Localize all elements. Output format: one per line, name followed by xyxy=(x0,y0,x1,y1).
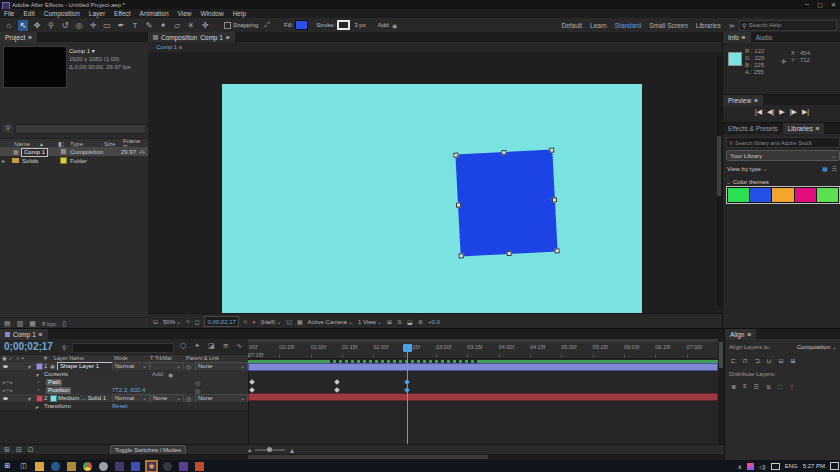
distribute-button-icon[interactable]: ≣ xyxy=(731,383,736,390)
magnification-select[interactable]: 50%⌄ xyxy=(163,318,181,325)
puppet-pin-tool-icon[interactable]: ✜ xyxy=(200,20,210,31)
selection-handle[interactable] xyxy=(549,147,554,152)
theme-swatch[interactable] xyxy=(750,188,771,202)
eraser-tool-icon[interactable]: ▱ xyxy=(172,20,182,31)
column-mode[interactable]: Mode xyxy=(114,355,128,361)
position-property-name[interactable]: Position xyxy=(46,387,71,394)
project-search-input[interactable] xyxy=(15,124,146,134)
selection-handle[interactable] xyxy=(507,251,512,256)
contents-group-row[interactable]: ▾ Contents Add: ◉ xyxy=(0,370,248,378)
tray-expand-icon[interactable]: ∧ xyxy=(738,463,742,470)
timeline-current-time[interactable]: 0;00;02;17 xyxy=(4,341,53,352)
tab-effects-presets[interactable]: Effects & Presets xyxy=(723,123,783,134)
keyframe[interactable] xyxy=(334,387,340,393)
composition-mini-flowchart-icon[interactable]: ⬡ xyxy=(180,342,186,350)
workspace-standard[interactable]: Standard xyxy=(611,20,645,31)
theme-swatch[interactable] xyxy=(817,188,838,202)
transport-button[interactable]: ▶ xyxy=(779,108,784,116)
frame-blending-icon[interactable]: ◪ xyxy=(208,342,215,350)
workspace-small-screen[interactable]: Small Screen xyxy=(645,20,692,31)
menu-item[interactable]: File xyxy=(4,10,14,17)
table-row-comp1[interactable]: ▦ Comp 1 Composition 29.97 ⁂ xyxy=(0,147,148,156)
zoom-out-mountain-icon[interactable]: ▲ xyxy=(247,447,252,453)
hand-tool-icon[interactable]: ✥ xyxy=(32,20,42,31)
position-value[interactable]: 772.3, 602.4 xyxy=(112,387,145,393)
resolution-select[interactable]: (Half)⌄ xyxy=(261,318,282,325)
visibility-toggle[interactable] xyxy=(3,365,8,368)
transform-group-row[interactable]: ▸ Transform Reset xyxy=(0,402,248,410)
workspace-default[interactable]: Default xyxy=(558,20,587,31)
project-search-icon[interactable]: ⚲ xyxy=(3,124,13,133)
tab-preview[interactable]: Preview ≡ xyxy=(723,95,763,106)
fill-label[interactable]: Fill: xyxy=(284,22,293,28)
distribute-button-icon[interactable]: ∷ xyxy=(778,383,782,390)
keyframe-nav-icons[interactable]: ◂◇▸ xyxy=(2,379,14,385)
edge-browser-icon[interactable] xyxy=(51,462,60,471)
timeline-zoom-slider[interactable]: ▲ ▲ xyxy=(247,447,295,454)
panel-menu-icon[interactable]: ≡ xyxy=(816,125,820,132)
list-view-icon[interactable]: ☰ xyxy=(832,165,837,172)
tab-info[interactable]: Info ≡ xyxy=(723,32,751,43)
menu-item[interactable]: Help xyxy=(233,10,246,17)
distribute-button-icon[interactable]: ≡ xyxy=(743,383,747,390)
transform-label[interactable]: Transform xyxy=(44,403,71,409)
align-button-icon[interactable]: ⊞ xyxy=(790,357,795,364)
path-property-name[interactable]: Path xyxy=(46,379,62,386)
type-tool-icon[interactable]: T xyxy=(130,20,140,31)
pixel-aspect-icon[interactable]: ⊞ xyxy=(387,318,392,325)
viewer-vscrollbar[interactable] xyxy=(717,56,721,306)
premiere-app-icon[interactable] xyxy=(115,462,124,471)
theme-swatch[interactable] xyxy=(728,188,749,202)
pan-behind-tool-icon[interactable]: ✛ xyxy=(88,20,98,31)
selection-handle[interactable] xyxy=(459,253,464,258)
align-button-icon[interactable]: ⊟ xyxy=(778,357,783,364)
align-button-icon[interactable]: ⊐ xyxy=(755,357,760,364)
twirl-icon[interactable]: ▸ xyxy=(2,157,5,164)
menu-item[interactable]: Effect xyxy=(114,10,131,17)
tab-composition[interactable]: Composition Comp 1 ≡ xyxy=(148,32,235,43)
shape-rectangle[interactable] xyxy=(455,150,557,257)
draft-3d-icon[interactable]: ✦ xyxy=(194,342,200,350)
after-effects-active-icon[interactable]: ◉ xyxy=(147,462,156,471)
comp-canvas[interactable] xyxy=(222,84,642,313)
selection-handle[interactable] xyxy=(554,248,559,253)
app-purple-icon[interactable] xyxy=(179,462,188,471)
app-blue-icon[interactable] xyxy=(131,462,140,471)
menu-item[interactable]: Window xyxy=(201,10,224,17)
workspace-libraries[interactable]: Libraries xyxy=(692,20,725,31)
menu-item[interactable]: Layer xyxy=(89,10,105,17)
align-to-select[interactable]: Composition ⌄ xyxy=(797,343,837,350)
twirl-icon[interactable]: ▾ xyxy=(28,363,31,370)
timeline-button-icon[interactable]: ⬓ xyxy=(407,318,413,325)
stroke-width-value[interactable]: 3 px xyxy=(354,22,365,28)
item-name[interactable]: Solids xyxy=(22,158,38,164)
stopwatch-icon[interactable]: ◔ xyxy=(36,387,40,393)
theme-swatch[interactable] xyxy=(772,188,793,202)
playhead-line[interactable] xyxy=(407,352,408,444)
label-column-icon[interactable]: ◧ xyxy=(58,140,64,147)
selection-handle[interactable] xyxy=(552,197,557,202)
keyframe[interactable] xyxy=(334,379,340,385)
workspace-learn[interactable]: Learn xyxy=(586,20,611,31)
brush-tool-icon[interactable]: ✎ xyxy=(144,20,154,31)
timeline-search-icon[interactable]: ⚲ xyxy=(62,344,66,351)
unified-camera-tool-icon[interactable]: ◎ xyxy=(74,20,84,31)
zoom-tool-icon[interactable]: ⚲ xyxy=(46,20,56,31)
new-composition-icon[interactable]: ▦ xyxy=(29,320,36,328)
pickwhip-icon[interactable]: ◎ xyxy=(195,379,200,386)
folder-app-icon[interactable] xyxy=(67,462,76,471)
expand-layer-switches-icon[interactable]: ⊞ xyxy=(4,446,10,454)
distribute-button-icon[interactable]: ☰ xyxy=(754,383,759,390)
label-color-chip[interactable] xyxy=(60,148,67,155)
selection-handle[interactable] xyxy=(456,202,461,207)
align-button-icon[interactable]: ⊔ xyxy=(767,357,772,364)
clock[interactable]: 5:27 PM xyxy=(803,463,825,469)
action-center-icon[interactable] xyxy=(830,462,839,470)
app-dark-icon[interactable] xyxy=(163,462,172,471)
tray-app-icon[interactable] xyxy=(747,463,754,470)
path-property-row[interactable]: ◂◇▸ ◔ Path ◎ xyxy=(0,378,248,386)
flowchart-button-icon[interactable]: ⚙ xyxy=(418,318,423,325)
view-by-type-select[interactable]: View by type ⌄ xyxy=(727,165,768,172)
pixel-preview-icon[interactable]: ⊡ xyxy=(153,318,158,325)
volume-icon[interactable]: ◁) xyxy=(759,463,766,470)
